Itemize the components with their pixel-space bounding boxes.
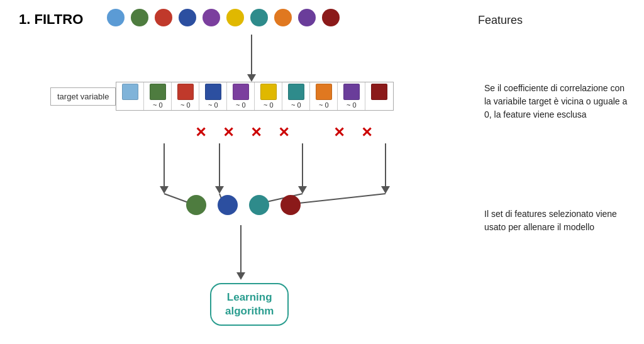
square-cell-5: ~ 0 [255,82,282,110]
sq-violet [343,84,360,100]
sq-yellow [260,84,277,100]
top-circle-orange [274,9,292,26]
approx-zero-8: ~ 0 [347,101,357,109]
svg-marker-3 [160,186,169,194]
sq-purple [233,84,249,100]
top-circle-dark-blue [179,9,196,26]
x-spacer-8 [380,125,408,141]
svg-marker-7 [298,186,307,194]
approx-zero-1: ~ 0 [153,101,163,109]
approx-zero-5: ~ 0 [264,101,274,109]
top-circle-purple [203,9,220,26]
features-label: Features [478,14,523,27]
square-cell-4: ~ 0 [227,82,255,110]
bottom-circle-bc-dark-red [280,195,301,215]
x-marks-row: ✕✕✕✕✕✕ [159,125,436,141]
sq-light-blue [122,84,138,100]
approx-zero-6: ~ 0 [291,101,301,109]
bottom-circle-bc-teal [249,195,269,215]
x-mark-4: ✕ [270,125,297,141]
square-cell-0 [116,82,144,110]
top-circle-violet [298,9,316,26]
x-mark-6: ✕ [325,125,353,141]
target-variable-box: target variable [50,87,116,106]
bottom-circles-row [186,195,301,215]
sq-dark-blue [205,84,221,100]
square-cell-3: ~ 0 [199,82,227,110]
x-mark-1: ✕ [187,125,214,141]
x-mark-7: ✕ [353,125,380,141]
sq-dark-red [371,84,387,100]
square-cell-2: ~ 0 [172,82,199,110]
approx-zero-2: ~ 0 [180,101,191,109]
color-squares-row: ~ 0~ 0~ 0~ 0~ 0~ 0~ 0~ 0 [116,82,394,111]
x-mark-2: ✕ [214,125,242,141]
approx-zero-7: ~ 0 [319,101,329,109]
filter-row: target variable ~ 0~ 0~ 0~ 0~ 0~ 0~ 0~ 0 [50,82,394,111]
x-spacer-0 [159,125,187,141]
bottom-circle-bc-green [186,195,206,215]
square-cell-9 [365,82,393,110]
sq-red [177,84,194,100]
page-title: 1. FILTRO [19,11,83,28]
x-spacer-9 [408,125,436,141]
side-text-features-set: Il set di features selezionato viene usa… [484,208,629,234]
top-circle-green [131,9,148,26]
sq-green [150,84,166,100]
x-mark-3: ✕ [242,125,270,141]
learning-algorithm-box: Learning algorithm [210,283,289,326]
top-circle-dark-red [322,9,340,26]
x-spacer-5 [297,125,325,141]
square-cell-8: ~ 0 [338,82,365,110]
learning-algo-line1: Learning [227,291,272,303]
bottom-circle-bc-blue [218,195,238,215]
sq-teal [288,84,304,100]
svg-marker-1 [247,74,256,82]
svg-marker-5 [215,186,224,194]
top-circle-yellow [226,9,244,26]
side-text-coefficient: Se il coefficiente di correlazione con l… [484,82,629,121]
top-circles-row [107,9,340,26]
square-cell-6: ~ 0 [282,82,310,110]
svg-marker-15 [236,272,245,280]
square-cell-1: ~ 0 [144,82,172,110]
approx-zero-4: ~ 0 [236,101,246,109]
svg-marker-9 [381,186,390,194]
top-circle-teal [250,9,268,26]
top-circle-light-blue [107,9,125,26]
sq-orange [316,84,332,100]
learning-algo-line2: algorithm [225,305,274,317]
top-circle-red [155,9,172,26]
square-cell-7: ~ 0 [310,82,338,110]
approx-zero-3: ~ 0 [208,101,218,109]
